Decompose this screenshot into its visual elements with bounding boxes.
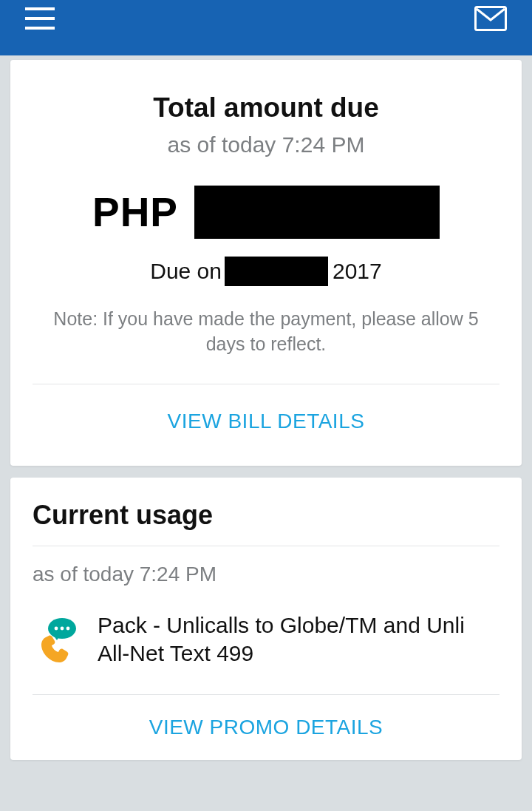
pack-text: Pack - Unlicalls to Globe/TM and Unli Al… [98,611,499,668]
redacted-due-date [225,257,328,286]
usage-card: Current usage as of today 7:24 PM Pack -… [10,478,522,761]
bill-note: Note: If you have made the payment, plea… [33,307,499,357]
svg-point-6 [61,626,64,630]
svg-rect-0 [25,7,55,10]
bill-amount-row: PHP [33,186,499,239]
svg-point-5 [55,626,58,630]
usage-subtitle: as of today 7:24 PM [33,546,499,611]
view-promo-details-button[interactable]: VIEW PROMO DETAILS [33,695,499,739]
call-chat-icon [33,617,78,662]
redacted-amount [194,186,440,239]
bill-due-row: Due on 2017 [33,257,499,286]
due-prefix: Due on [150,259,222,284]
bill-subtitle: as of today 7:24 PM [33,132,499,157]
mail-icon[interactable] [474,6,507,31]
svg-rect-2 [25,27,55,30]
bill-title: Total amount due [33,92,499,123]
bill-card: Total amount due as of today 7:24 PM PHP… [10,60,522,466]
app-header [0,0,532,55]
pack-row: Pack - Unlicalls to Globe/TM and Unli Al… [33,611,499,695]
svg-point-7 [66,626,70,630]
due-year: 2017 [332,259,382,284]
bill-currency: PHP [92,189,178,236]
menu-icon[interactable] [25,6,55,31]
svg-rect-1 [25,17,55,20]
usage-title: Current usage [33,500,499,546]
view-bill-details-button[interactable]: VIEW BILL DETAILS [33,384,499,438]
